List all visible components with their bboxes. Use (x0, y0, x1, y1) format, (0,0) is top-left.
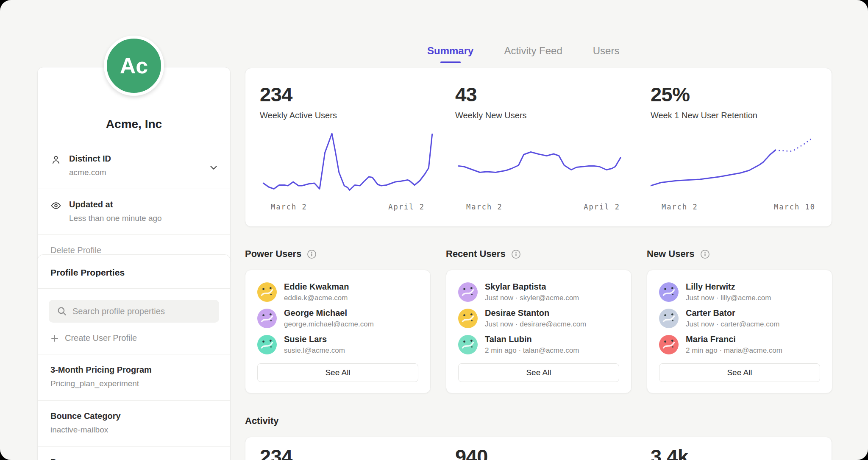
activity-stat-value: 940 (455, 445, 636, 460)
user-name: Lilly Herwitz (686, 282, 771, 292)
tab-label: Summary (427, 45, 473, 56)
chevron-down-icon[interactable] (208, 162, 219, 175)
divider (38, 288, 230, 289)
axis-label-end: April 2 (584, 203, 620, 211)
profile-property-row[interactable]: 3-Month Pricing Program Pricing_plan_exp… (38, 354, 230, 400)
user-meta: george.michael@acme.com (284, 320, 374, 329)
activity-stat-value: 3.4k (651, 445, 832, 460)
recent-users-section: Recent Users Skylar Baptista Just now · … (446, 248, 632, 393)
profile-tabs: Summary Activity Feed Users (427, 45, 619, 63)
tab-summary[interactable]: Summary (427, 45, 473, 63)
new-users-header: New Users (647, 248, 832, 259)
user-name: Maria Franci (686, 335, 782, 344)
activity-stat-column: 940 (441, 437, 636, 460)
user-name: George Michael (284, 308, 374, 318)
user-list-item[interactable]: Eddie Kwakman eddie.k@acme.com (257, 282, 418, 302)
axis-label-end: April 2 (388, 203, 425, 211)
user-avatar (659, 335, 679, 354)
chart-axis: March 2 April 2 (455, 203, 631, 211)
section-title: New Users (647, 248, 695, 259)
user-list-item[interactable]: Desirae Stanton Just now · desirare@acme… (458, 308, 619, 329)
user-avatar (458, 335, 478, 354)
info-icon[interactable] (307, 249, 317, 259)
user-list-item[interactable]: Carter Bator Just now · carter@acme.com (659, 308, 820, 329)
stat-column: 234 Weekly Active Users March 2 April 2 (245, 68, 441, 226)
user-meta: Just now · carter@acme.com (686, 320, 779, 329)
stat-chart (651, 132, 826, 196)
distinct-id-value: acme.com (69, 168, 217, 177)
user-list-item[interactable]: Lilly Herwitz Just now · lilly@acme.com (659, 282, 820, 302)
info-icon[interactable] (511, 249, 521, 259)
power-users-section: Power Users Eddie Kwakman eddie.k@acme.c… (245, 248, 431, 393)
profile-card: Acme, Inc Distinct ID acme.com Updated a… (37, 67, 231, 266)
create-user-profile-button[interactable]: Create User Profile (38, 323, 230, 354)
axis-label-end: March 10 (774, 203, 815, 211)
user-list-item[interactable]: Skylar Baptista Just now · skyler@acme.c… (458, 282, 619, 302)
eye-icon (50, 200, 61, 213)
axis-label-start: March 2 (466, 203, 503, 211)
user-avatar (257, 335, 277, 354)
stat-column: 43 Weekly New Users March 2 April 2 (441, 68, 636, 226)
user-list-item[interactable]: Maria Franci 2 min ago · maria@acme.com (659, 335, 820, 355)
stat-value: 25% (651, 83, 832, 106)
profile-properties-list: 3-Month Pricing Program Pricing_plan_exp… (38, 354, 230, 460)
stat-label: Weekly New Users (455, 111, 636, 120)
stat-value: 234 (260, 83, 441, 106)
user-meta: 2 min ago · talan@acme.com (485, 346, 579, 355)
activity-stat-column: 234 (245, 437, 441, 460)
tab-label: Users (593, 45, 620, 56)
distinct-id-row[interactable]: Distinct ID acme.com (38, 143, 230, 189)
chart-axis: March 2 April 2 (260, 203, 436, 211)
property-name: Bounce Category (50, 411, 217, 421)
see-all-button[interactable]: See All (659, 363, 820, 382)
section-title: Recent Users (446, 248, 506, 259)
property-value: Pricing_plan_experiment (50, 379, 217, 388)
user-meta: susie.l@acme.com (284, 346, 345, 355)
user-list: Lilly Herwitz Just now · lilly@acme.com … (659, 282, 820, 355)
user-meta: Just now · desirare@acme.com (485, 320, 586, 329)
plus-icon (50, 334, 59, 343)
profile-property-row[interactable]: Browser Chrome (38, 446, 230, 460)
chart-axis: March 2 March 10 (651, 203, 826, 211)
org-avatar: Ac (104, 36, 164, 96)
updated-at-label: Updated at (69, 200, 217, 209)
search-icon (56, 306, 67, 317)
create-user-profile-label: Create User Profile (65, 333, 137, 343)
stat-column: 25% Week 1 New User Retention March 2 Ma… (636, 68, 832, 226)
activity-title: Activity (245, 415, 278, 427)
summary-stats-card: 234 Weekly Active Users March 2 April 2 … (245, 68, 832, 227)
user-name: Eddie Kwakman (284, 282, 349, 292)
new-users-card: Lilly Herwitz Just now · lilly@acme.com … (647, 270, 832, 393)
tab-users[interactable]: Users (593, 45, 620, 63)
recent-users-header: Recent Users (446, 248, 632, 259)
user-name: Susie Lars (284, 335, 345, 344)
app-window: Ac Acme, Inc Distinct ID acme.com (0, 0, 868, 460)
tab-activity-feed[interactable]: Activity Feed (504, 45, 562, 63)
user-name: Talan Lubin (485, 335, 579, 344)
org-avatar-initials: Ac (120, 53, 148, 78)
user-list-item[interactable]: Susie Lars susie.l@acme.com (257, 335, 418, 355)
power-users-card: Eddie Kwakman eddie.k@acme.com George Mi… (245, 270, 431, 393)
stat-chart (455, 132, 631, 196)
user-meta: 2 min ago · maria@acme.com (686, 346, 782, 355)
user-list: Skylar Baptista Just now · skyler@acme.c… (458, 282, 619, 355)
user-avatar (659, 309, 679, 328)
user-name: Skylar Baptista (485, 282, 579, 292)
see-all-button[interactable]: See All (257, 363, 418, 382)
info-icon[interactable] (700, 249, 710, 259)
profile-properties-card: Profile Properties Create User Profile 3… (37, 254, 231, 460)
user-list-item[interactable]: George Michael george.michael@acme.com (257, 308, 418, 329)
property-name: Browser (50, 457, 217, 460)
see-all-button[interactable]: See All (458, 363, 619, 382)
org-name: Acme, Inc (106, 117, 162, 131)
distinct-id-label: Distinct ID (69, 154, 217, 164)
search-input[interactable] (49, 300, 219, 323)
user-meta: Just now · lilly@acme.com (686, 294, 771, 302)
axis-label-start: March 2 (662, 203, 698, 211)
profile-properties-title: Profile Properties (38, 255, 230, 288)
user-list-item[interactable]: Talan Lubin 2 min ago · talan@acme.com (458, 335, 619, 355)
user-avatar (257, 309, 277, 328)
profile-properties-search (49, 300, 219, 323)
user-name: Carter Bator (686, 308, 779, 318)
profile-property-row[interactable]: Bounce Category inactive-mailbox (38, 400, 230, 446)
